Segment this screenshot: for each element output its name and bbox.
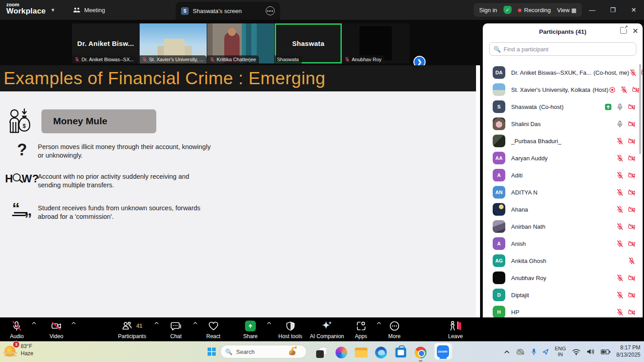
chrome-icon[interactable] — [414, 346, 427, 359]
language-indicator[interactable]: ENG IN — [555, 346, 566, 357]
participant-search[interactable]: 🔍 — [489, 42, 636, 56]
participant-name: Anirban Nath — [511, 223, 545, 230]
participant-row[interactable]: St. Xavier's University, Kolkata (Host) — [483, 81, 643, 98]
zoom-app-icon-active[interactable]: zoom — [434, 343, 451, 360]
video-tile-krittika[interactable]: Krittika Chatterjee — [207, 23, 274, 63]
tray-mic-icon[interactable] — [531, 348, 536, 356]
tab-meeting-label: Meeting — [84, 7, 105, 14]
video-button[interactable]: Video — [50, 320, 63, 339]
participant-row[interactable]: A Anish — [483, 235, 643, 252]
windows-taskbar: 3 83°F Haze 🔍 zoom — [0, 341, 644, 362]
participant-row[interactable]: D Diptajit — [483, 286, 643, 303]
avatar — [493, 220, 505, 233]
close-button[interactable]: ✕ — [623, 0, 644, 20]
leave-button[interactable]: Leave — [448, 320, 463, 339]
participant-row[interactable]: Ahana — [483, 201, 643, 218]
apps-button[interactable]: Apps — [355, 320, 367, 339]
speaker-icon[interactable] — [586, 348, 595, 355]
participant-row[interactable]: Anubhav Roy — [483, 269, 643, 286]
bullet-text-3: Student receives funds from unknown sour… — [38, 204, 211, 222]
shield-icon — [286, 320, 295, 332]
chevron-down-icon[interactable]: ▼ — [50, 7, 55, 13]
participant-row[interactable]: Anirban Nath — [483, 218, 643, 235]
wifi-icon[interactable] — [572, 348, 581, 355]
zoom-app-logo: zoom — [437, 345, 449, 357]
security-shield-icon[interactable]: ✓ — [503, 6, 512, 14]
minimize-button[interactable]: — — [582, 0, 603, 20]
avatar: AG — [493, 254, 505, 267]
share-options-caret[interactable] — [267, 321, 272, 325]
participant-row[interactable]: _Purbasa Bhaduri_ — [483, 132, 643, 149]
participant-row[interactable]: Shalini Das — [483, 115, 643, 132]
weather-widget[interactable]: 3 83°F Haze — [4, 343, 33, 357]
view-button[interactable]: View ▦ — [557, 7, 576, 14]
slide-scrollbar[interactable] — [476, 65, 480, 317]
video-tile-stxavier[interactable]: St. Xavier's University, ... — [140, 23, 207, 63]
participants-button[interactable]: 41 Participants — [118, 320, 146, 339]
participants-options-caret[interactable] — [154, 321, 159, 325]
participant-row[interactable]: AG Ankita Ghosh — [483, 252, 643, 269]
participant-row[interactable]: AN ADITYA N — [483, 184, 643, 201]
participants-icon — [122, 321, 132, 331]
microsoft-store-icon[interactable] — [395, 346, 407, 359]
participant-search-input[interactable] — [503, 46, 632, 53]
participant-name: Anubhav Roy — [511, 275, 546, 281]
taskbar-search-input[interactable] — [236, 348, 281, 355]
tab-shared-screen[interactable]: S Shaswata's screen ••• — [176, 2, 280, 20]
video-options-caret[interactable] — [71, 321, 76, 325]
weather-condition: Haze — [21, 350, 33, 357]
more-button[interactable]: More — [388, 320, 400, 339]
participant-role: (Co-host, me) — [594, 69, 629, 76]
tab-meeting[interactable]: Meeting — [68, 4, 109, 16]
avatar: DA — [493, 66, 505, 79]
slide-heading-money-mule: Money Mule — [41, 109, 156, 133]
participant-row[interactable]: AA Aaryan Auddy — [483, 149, 643, 167]
participant-row[interactable]: S Shaswata (Co-host) — [483, 98, 643, 115]
participant-row[interactable]: DA Dr. Aniket Biswas--SXUK, Fa... (Co-ho… — [483, 64, 643, 81]
participant-name: Anish — [511, 240, 526, 247]
audio-button[interactable]: Audio — [10, 320, 24, 339]
recording-indicator[interactable]: Recording — [518, 7, 551, 14]
clock[interactable]: 8:17 PM 8/13/2025 — [617, 344, 640, 358]
mic-off-icon — [616, 206, 624, 213]
screen-tab-badge: S — [181, 7, 189, 15]
ai-companion-button[interactable]: AI Companion — [310, 320, 344, 339]
apps-options-caret[interactable] — [376, 321, 381, 325]
avatar — [493, 135, 505, 147]
battery-charging-icon[interactable] — [601, 349, 611, 355]
video-tile-anubhav[interactable]: Anubhav Roy — [342, 23, 409, 63]
mic-off-icon — [616, 274, 624, 282]
video-tile-aniket[interactable]: Dr. Aniket Bisw... Dr. Aniket Biswas--SX… — [72, 23, 139, 63]
tab-options-icon[interactable]: ••• — [266, 6, 275, 15]
participant-role: (Host) — [593, 86, 608, 93]
sparkle-icon — [321, 320, 333, 332]
react-button[interactable]: React — [206, 320, 220, 339]
audio-options-caret[interactable] — [32, 321, 36, 325]
participants-scrollbar[interactable] — [639, 64, 641, 154]
video-tile-shaswata-active[interactable]: Shaswata Shaswata — [275, 23, 342, 63]
participant-row[interactable]: A Aditi — [483, 167, 643, 184]
popout-icon[interactable] — [620, 27, 627, 34]
tile-name-label: Anubhav Roy — [342, 55, 385, 63]
edge-browser-icon[interactable] — [375, 346, 387, 359]
taskbar-search[interactable]: 🔍 — [220, 345, 307, 358]
location-arrow-icon[interactable] — [542, 348, 549, 355]
mic-off-icon — [616, 291, 624, 299]
chat-button[interactable]: Chat — [170, 320, 181, 339]
chat-icon — [170, 320, 181, 332]
sign-in-button[interactable]: Sign in — [479, 7, 497, 14]
file-explorer-icon[interactable] — [355, 346, 367, 359]
restore-button[interactable]: ❐ — [603, 0, 623, 20]
tray-chevron-up-icon[interactable] — [504, 350, 510, 354]
cam-off-icon — [628, 137, 635, 145]
chat-options-caret[interactable] — [193, 321, 198, 325]
start-button[interactable] — [208, 348, 216, 356]
leave-icon — [449, 320, 462, 332]
host-tools-button[interactable]: Host tools — [278, 320, 302, 339]
onedrive-cloud-icon[interactable] — [516, 348, 526, 355]
participant-status-icons — [616, 206, 635, 213]
task-view-icon[interactable] — [315, 346, 328, 359]
share-button[interactable]: Share — [243, 320, 258, 339]
copilot-icon[interactable] — [335, 346, 348, 359]
close-panel-icon[interactable]: ✕ — [632, 27, 638, 35]
